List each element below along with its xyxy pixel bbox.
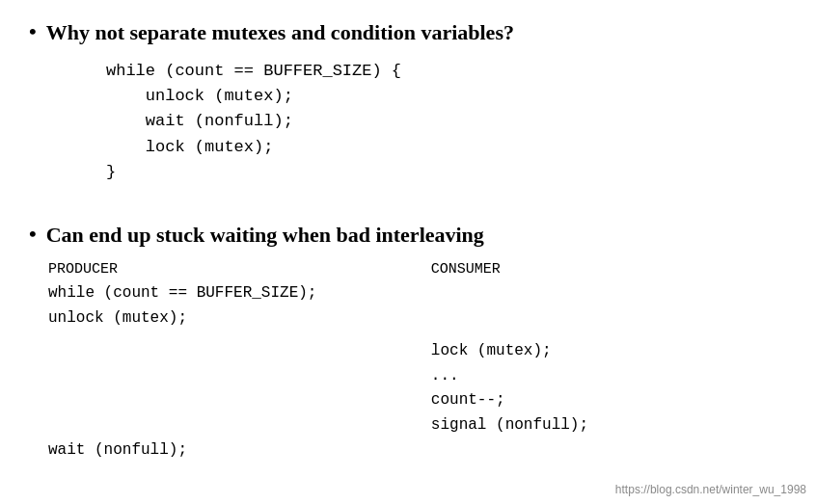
section2-heading: • Can end up stuck waiting when bad inte… <box>29 222 787 250</box>
section1-heading: • Why not separate mutexes and condition… <box>29 19 787 47</box>
wait-line: wait (nonfull); <box>48 441 787 459</box>
consumer-line-1: lock (mutex); <box>431 339 787 364</box>
consumer-line-2: ... <box>431 364 787 389</box>
producer-line-1: while (count == BUFFER_SIZE); <box>48 281 431 306</box>
section1-code: while (count == BUFFER_SIZE) { unlock (m… <box>106 59 787 186</box>
producer-label: PRODUCER <box>48 261 431 278</box>
two-col-code: while (count == BUFFER_SIZE); unlock (mu… <box>48 281 787 438</box>
bullet-dot-2: • <box>29 222 37 247</box>
code-line-1-2: unlock (mutex); <box>106 84 787 109</box>
section2-title: Can end up stuck waiting when bad interl… <box>46 222 484 250</box>
consumer-code: lock (mutex); ... count--; signal (nonfu… <box>431 281 787 438</box>
producer-code: while (count == BUFFER_SIZE); unlock (mu… <box>48 281 431 438</box>
consumer-line-3: count--; <box>431 388 787 413</box>
bullet-dot-1: • <box>29 19 37 44</box>
section1: • Why not separate mutexes and condition… <box>29 19 787 185</box>
code-line-1-3: wait (nonfull); <box>106 109 787 134</box>
producer-line-2: unlock (mutex); <box>48 306 431 332</box>
consumer-line-4: signal (nonfull); <box>431 413 787 438</box>
consumer-label: CONSUMER <box>431 261 787 278</box>
code-line-1-1: while (count == BUFFER_SIZE) { <box>106 59 787 84</box>
watermark: https://blog.csdn.net/winter_wu_1998 <box>615 483 806 496</box>
code-line-1-4: lock (mutex); <box>106 135 787 160</box>
code-line-1-5: } <box>106 160 787 185</box>
two-col-section: PRODUCER CONSUMER while (count == BUFFER… <box>48 261 787 459</box>
col-headers: PRODUCER CONSUMER <box>48 261 787 278</box>
section2: • Can end up stuck waiting when bad inte… <box>29 222 787 459</box>
section1-title: Why not separate mutexes and condition v… <box>46 19 514 47</box>
